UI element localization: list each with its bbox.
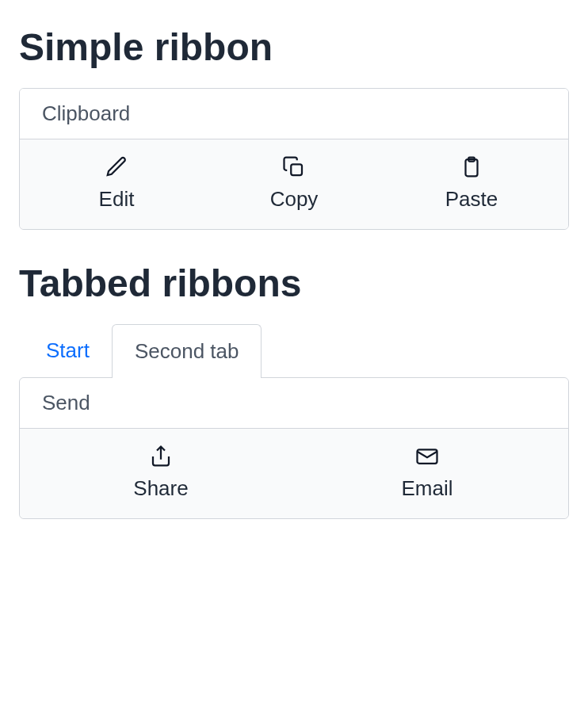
- ribbon-header: Clipboard: [20, 89, 568, 139]
- ribbon-header-title: Send: [42, 391, 546, 415]
- share-label: Share: [133, 476, 188, 501]
- clipboard-icon: [460, 155, 483, 179]
- simple-ribbon: Clipboard Edit Copy Paste: [19, 88, 569, 230]
- svg-rect-0: [291, 164, 302, 175]
- pencil-icon: [105, 155, 128, 179]
- simple-ribbon-title: Simple ribbon: [19, 25, 569, 69]
- email-label: Email: [401, 476, 452, 501]
- simple-ribbon-section: Simple ribbon Clipboard Edit Copy: [19, 25, 569, 230]
- ribbon-body: Edit Copy Paste: [20, 139, 568, 229]
- share-button[interactable]: Share: [28, 445, 294, 501]
- tabs: Start Second tab: [38, 324, 569, 377]
- tabbed-ribbon: Send Share Email: [19, 377, 569, 519]
- ribbon-header: Send: [20, 378, 568, 429]
- tab-second[interactable]: Second tab: [112, 324, 262, 378]
- tabbed-ribbon-title: Tabbed ribbons: [19, 262, 569, 305]
- ribbon-header-title: Clipboard: [42, 101, 546, 126]
- tabbed-ribbon-section: Tabbed ribbons Start Second tab Send Sha…: [19, 262, 569, 519]
- ribbon-body: Share Email: [20, 429, 568, 518]
- paste-button[interactable]: Paste: [383, 155, 560, 212]
- copy-icon: [282, 155, 306, 179]
- copy-label: Copy: [270, 187, 319, 212]
- edit-label: Edit: [99, 187, 135, 212]
- paste-label: Paste: [445, 187, 498, 212]
- mail-icon: [415, 445, 439, 468]
- share-icon: [149, 445, 173, 468]
- edit-button[interactable]: Edit: [28, 155, 205, 212]
- copy-button[interactable]: Copy: [205, 155, 383, 212]
- email-button[interactable]: Email: [294, 445, 560, 501]
- tab-start[interactable]: Start: [38, 324, 97, 377]
